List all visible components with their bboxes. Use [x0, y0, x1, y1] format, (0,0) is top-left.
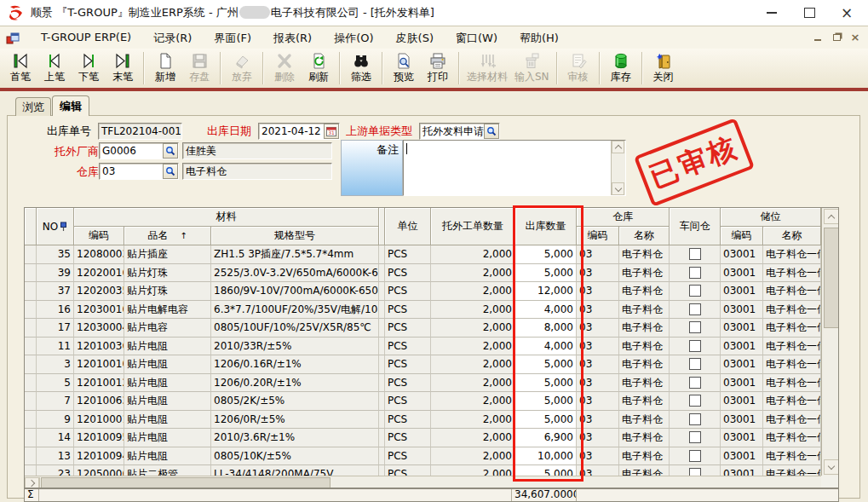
header-material-name[interactable]: 品名 ↑: [124, 227, 211, 245]
workshop-checkbox[interactable]: [689, 267, 701, 279]
tab-browse[interactable]: 浏览: [15, 97, 51, 116]
close-button[interactable]: ×: [832, 3, 861, 22]
workshop-checkbox[interactable]: [689, 340, 701, 352]
inventory-button[interactable]: 库存: [604, 49, 638, 87]
tab-edit[interactable]: 编辑: [52, 95, 89, 116]
toolbar-button-label: 刷新: [308, 70, 329, 84]
scroll-down-button[interactable]: [824, 459, 839, 475]
menu-item[interactable]: 界面(F): [203, 28, 262, 49]
remark-textarea[interactable]: [403, 140, 626, 196]
scroll-down-button[interactable]: [612, 182, 624, 195]
next-record-button[interactable]: 下笔: [72, 49, 106, 87]
workshop-checkbox[interactable]: [689, 248, 701, 260]
table-row[interactable]: 3512080003贴片插座ZH1.5 3P插座/7.5*5.7*4mmPCS2…: [25, 245, 821, 264]
workshop-checkbox[interactable]: [689, 468, 701, 476]
menu-item[interactable]: 帮助(H): [509, 28, 570, 49]
header-unit[interactable]: 单位: [385, 208, 431, 245]
row-selector-cell: [25, 374, 37, 393]
exit-button[interactable]: 关闭: [647, 49, 681, 87]
header-location-group[interactable]: 储位: [721, 208, 821, 227]
header-location-name[interactable]: 名称: [763, 227, 821, 245]
menu-item[interactable]: T-GROUP ERP(E): [30, 28, 142, 49]
cell-no: 3: [37, 355, 74, 374]
print-button[interactable]: 打印: [421, 49, 455, 87]
vendor-lookup-button[interactable]: [163, 143, 178, 159]
table-row[interactable]: 1412010095贴片电阻2010/3.6R/±1%PCS2,0006,900…: [25, 429, 821, 447]
workshop-checkbox[interactable]: [689, 431, 701, 443]
header-material-code[interactable]: 编码: [74, 227, 124, 245]
warehouse-lookup-button[interactable]: [163, 164, 178, 179]
first-record-button[interactable]: 首笔: [3, 49, 37, 87]
header-warehouse-group[interactable]: 仓库: [577, 208, 670, 227]
header-no[interactable]: NO: [37, 208, 74, 245]
cell-unit: PCS: [385, 245, 431, 264]
table-row[interactable]: 2312050006贴片二极管LL-34/4148/200MA/75VPCS2,…: [25, 465, 821, 476]
minimize-button[interactable]: [757, 3, 786, 22]
cell-loc-code: 03001: [721, 245, 763, 264]
table-row[interactable]: 912010001贴片电阻1206/0R/±5%PCS2,0005,00003电…: [25, 411, 821, 430]
prev-record-button[interactable]: 上笔: [37, 49, 72, 87]
scroll-up-button[interactable]: [824, 209, 839, 224]
toolbar-button-label: 输入SN: [514, 70, 549, 84]
header-workshop[interactable]: 车间仓: [670, 208, 721, 245]
maximize-button[interactable]: [795, 3, 824, 22]
vertical-scroll-thumb[interactable]: [824, 228, 839, 328]
workshop-cell: [670, 301, 721, 320]
menu-item[interactable]: 报表(R): [262, 28, 323, 49]
mdi-minimize-button[interactable]: [812, 32, 824, 43]
workshop-checkbox[interactable]: [689, 285, 701, 297]
header-warehouse-code[interactable]: 编码: [577, 227, 619, 245]
table-row[interactable]: 512010012贴片电阻1206/0.20R/±1%PCS2,0005,000…: [25, 374, 821, 393]
menu-item[interactable]: 窗口(W): [445, 28, 509, 49]
scroll-right-button[interactable]: [25, 477, 39, 488]
vertical-scrollbar[interactable]: [821, 208, 839, 476]
cell-spec: 2525/3.0V-3.2V/650mA/6000K-650...: [211, 264, 379, 283]
refresh-button[interactable]: 刷新: [302, 49, 336, 87]
horizontal-scrollbar[interactable]: [25, 476, 821, 488]
table-row[interactable]: 312010010贴片电阻1206/0.16R/±1%PCS2,0005,000…: [25, 355, 821, 374]
cell-loc-name: 电子料仓一储: [763, 429, 821, 447]
menu-item[interactable]: 操作(O): [323, 28, 384, 49]
calendar-button[interactable]: 31: [324, 124, 339, 139]
filter-button[interactable]: 筛选: [344, 49, 378, 87]
upstream-type-lookup-button[interactable]: [484, 124, 499, 139]
last-record-button[interactable]: 末笔: [106, 49, 140, 87]
header-order-qty[interactable]: 托外工单数量: [431, 208, 515, 245]
new-doc-button[interactable]: 新增: [148, 49, 182, 87]
header-issue-qty[interactable]: 出库数量: [515, 208, 577, 245]
cell-wh-code: 03: [577, 282, 619, 301]
header-warehouse-name[interactable]: 名称: [619, 227, 670, 245]
table-row[interactable]: 3912020016贴片灯珠2525/3.0V-3.2V/650mA/6000K…: [25, 264, 821, 283]
table-row[interactable]: 1612030010贴片电解电容6.3*7.7/100UF/20%/35V/电解…: [25, 301, 821, 320]
workshop-checkbox[interactable]: [689, 450, 701, 462]
mdi-restore-button[interactable]: [831, 32, 842, 43]
table-row[interactable]: 3712020035贴片灯珠1860/9V-10V/700mA/6000K-65…: [25, 282, 821, 301]
horizontal-scroll-thumb[interactable]: [41, 477, 331, 488]
warehouse-name-field: 电子料仓: [182, 163, 332, 180]
remark-scrollbar[interactable]: [611, 141, 625, 195]
header-spec[interactable]: 规格型号: [211, 227, 379, 245]
table-row[interactable]: 1712030004贴片电容0805/10UF/10%/25V/X5R/85℃P…: [25, 319, 821, 338]
workshop-checkbox[interactable]: [689, 395, 701, 407]
doc-no-label: 出库单号: [47, 124, 91, 139]
scroll-up-button[interactable]: [612, 141, 624, 153]
workshop-checkbox[interactable]: [689, 321, 701, 333]
workshop-checkbox[interactable]: [689, 358, 701, 370]
cell-wh-name: 电子料仓: [619, 282, 670, 301]
toolbar-separator: [599, 52, 601, 84]
workshop-checkbox[interactable]: [689, 413, 701, 425]
table-row[interactable]: 712010063贴片电阻0805/2K/±5%PCS2,0005,00003电…: [25, 392, 821, 411]
table-row[interactable]: 1112010036贴片电阻2010/33R/±5%PCS2,0004,0000…: [25, 338, 821, 356]
workshop-cell: [670, 338, 721, 356]
header-location-code[interactable]: 编码: [721, 227, 763, 245]
table-row[interactable]: 1312010094贴片电阻0805/10K/±5%PCS2,00010,000…: [25, 447, 821, 466]
header-material-group[interactable]: 材料: [74, 208, 379, 227]
mdi-close-button[interactable]: ×: [849, 32, 861, 43]
preview-button[interactable]: 预览: [387, 49, 421, 87]
menu-item[interactable]: 皮肤(S): [385, 28, 445, 49]
clipped-cell: [379, 319, 385, 338]
workshop-checkbox[interactable]: [689, 303, 701, 315]
menu-item[interactable]: 记录(R): [142, 28, 203, 49]
workshop-checkbox[interactable]: [689, 377, 701, 389]
toolbar-button-label: 筛选: [351, 70, 371, 84]
